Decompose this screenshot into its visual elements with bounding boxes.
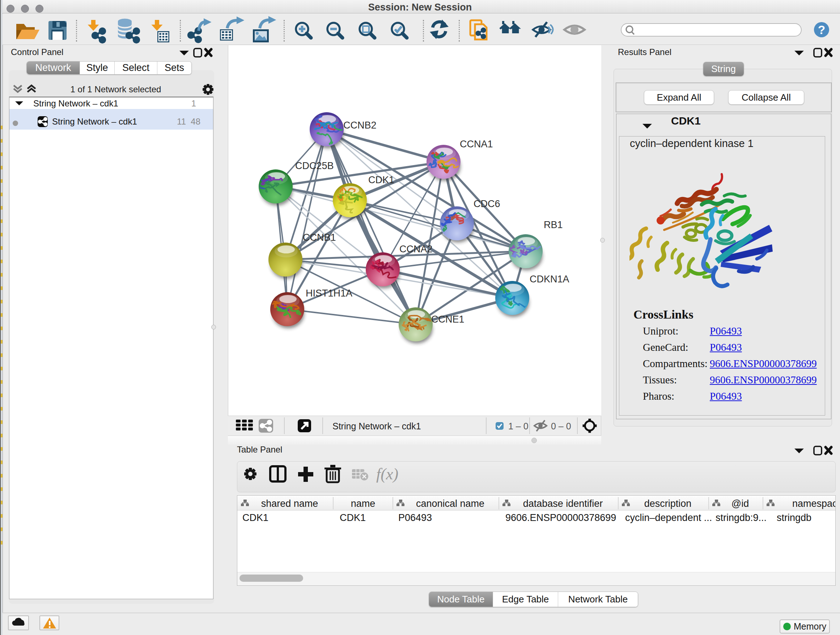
svg-text:CDC6: CDC6 <box>474 198 500 209</box>
svg-text:name: name <box>351 498 376 509</box>
svg-text:@id: @id <box>731 498 749 509</box>
svg-text:shared name: shared name <box>261 498 318 509</box>
svg-text:CCNA2: CCNA2 <box>399 244 433 255</box>
svg-text:HIST1H1A: HIST1H1A <box>306 288 352 299</box>
svg-text:namespac: namespac <box>792 498 835 509</box>
svg-text:CCNE1: CCNE1 <box>431 314 464 325</box>
svg-text:f(x): f(x) <box>376 465 398 483</box>
svg-text:1 – 0: 1 – 0 <box>508 421 529 431</box>
svg-text:CCNB1: CCNB1 <box>303 232 336 243</box>
svg-text:database identifier: database identifier <box>523 498 603 509</box>
svg-text:CCNA1: CCNA1 <box>460 139 493 149</box>
svg-text:CDC25B: CDC25B <box>295 160 334 171</box>
svg-text:0 – 0: 0 – 0 <box>551 421 571 431</box>
svg-text:CCNB2: CCNB2 <box>343 120 377 131</box>
svg-text:?: ? <box>818 23 825 36</box>
svg-text:String Network – cdk1: String Network – cdk1 <box>332 421 421 431</box>
svg-text:CDK1: CDK1 <box>368 174 394 185</box>
svg-text:canonical name: canonical name <box>416 498 485 509</box>
svg-text:RB1: RB1 <box>544 219 563 230</box>
svg-text:description: description <box>644 498 692 509</box>
svg-text:CDKN1A: CDKN1A <box>530 274 569 285</box>
